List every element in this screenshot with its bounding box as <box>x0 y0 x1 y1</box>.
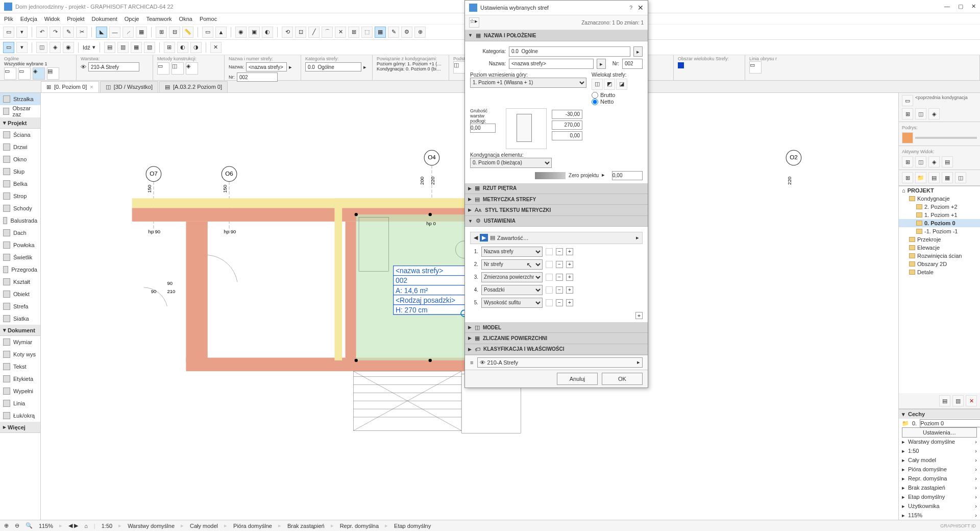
toolbox-projekt-hdr[interactable]: ▾ Projekt <box>0 117 40 129</box>
sec-stamp[interactable]: ▶▤METRYCZKA STREFY <box>465 194 648 205</box>
ib-btn-3[interactable]: ◈ <box>33 67 45 80</box>
menu-projekt[interactable]: Projekt <box>67 16 84 22</box>
tb-edit-2[interactable]: ⊡ <box>295 27 306 38</box>
tb-snap-3[interactable]: ⟋ <box>122 27 134 38</box>
ib-link-story[interactable]: Kondygnacja: 0. Poziom 0 (bi… <box>377 66 445 71</box>
tri-icon[interactable]: ▾ <box>902 411 905 418</box>
nr-input[interactable] <box>622 59 643 69</box>
sb-search[interactable]: 🔍 <box>26 522 33 529</box>
item-remove[interactable]: − <box>556 286 563 294</box>
sb-zoom[interactable]: 115% <box>39 523 53 529</box>
item-add[interactable]: + <box>566 248 573 255</box>
item-select[interactable]: Posadzki <box>481 285 543 295</box>
tool-strefa[interactable]: Strefa <box>0 300 40 312</box>
tool-wymiar[interactable]: Wymiar <box>0 336 40 348</box>
ib-btn-4[interactable]: ▤ <box>47 67 59 80</box>
item-drag[interactable] <box>546 299 553 306</box>
menu-dokument[interactable]: Dokument <box>92 16 117 22</box>
tool-koty wys[interactable]: Koty wys <box>0 348 40 360</box>
tb-edit-11[interactable]: ⊕ <box>414 27 426 38</box>
ib-name-input[interactable] <box>246 62 287 71</box>
go-label[interactable]: Idź <box>83 44 90 51</box>
ib-nr-input[interactable] <box>237 73 278 82</box>
sb-layers[interactable]: Warstwy domyślne <box>128 523 175 529</box>
sec-floor-plan[interactable]: ▶▦RZUT PIĘTRA <box>465 183 648 194</box>
tool-łuk/okrą[interactable]: Łuk/okrą <box>0 409 40 422</box>
favorite-star-icon[interactable]: ☆▸ <box>469 17 479 28</box>
tree-node[interactable]: Elewacje <box>899 244 980 252</box>
rp-prev-story[interactable]: <poprzednia kondygnacja <box>915 95 968 106</box>
prev-icon[interactable]: ◀ <box>474 234 478 241</box>
cat-arrow[interactable]: ▸ <box>633 46 643 57</box>
item-add[interactable]: + <box>566 261 573 268</box>
name-arrow[interactable]: ▸ <box>597 59 606 69</box>
tb-edit-3[interactable]: ╱ <box>308 27 320 38</box>
rp-av-3[interactable]: ◈ <box>928 156 940 167</box>
tree-node[interactable]: 1. Poziom +1 <box>899 211 980 219</box>
tree-node[interactable]: 2. Poziom +2 <box>899 203 980 211</box>
tb-new[interactable]: ▭ <box>3 27 14 38</box>
rp-t-1[interactable]: ▤ <box>939 395 950 406</box>
sb-nav[interactable]: ◀ ▶ <box>68 522 78 529</box>
ib-method-1[interactable]: ▭ <box>157 62 169 75</box>
rp-t-2[interactable]: ▥ <box>952 395 964 406</box>
zero-arrow[interactable]: ▸ <box>602 172 609 180</box>
go-dropdown-icon[interactable]: ▾ <box>92 44 95 51</box>
ok-button[interactable]: OK <box>602 373 643 385</box>
quick-prop[interactable]: ▸Użytkownika› <box>899 501 980 511</box>
tab-3d[interactable]: ◫[3D / Wszystko] <box>100 81 158 92</box>
sec-class[interactable]: ▶🏷KLASYFIKACJA I WŁAŚCIWOŚCI <box>465 344 648 355</box>
sec-area[interactable]: ▶▦ZLICZANIE POWIERZCHNI <box>465 333 648 344</box>
rp-av-2[interactable]: ◫ <box>915 156 926 167</box>
menu-plik[interactable]: Plik <box>4 16 13 22</box>
minimize-icon[interactable]: — <box>944 3 950 10</box>
rp-nav-3[interactable]: ▤ <box>928 172 940 183</box>
tb-nav-3[interactable]: ▦ <box>131 42 142 53</box>
v3-input[interactable] <box>552 131 582 140</box>
item-add[interactable]: + <box>566 274 573 281</box>
item-drag[interactable] <box>546 261 553 268</box>
tool-strop[interactable]: Strop <box>0 190 40 202</box>
tb-move[interactable]: ▲ <box>215 27 227 38</box>
elev-select[interactable]: 1. Poziom +1 (Własna + 1) <box>470 78 586 88</box>
rp-nav-2[interactable]: 📁 <box>915 172 926 183</box>
tool-przegroda[interactable]: Przegroda <box>0 263 40 276</box>
sb-home[interactable]: ⌂ <box>84 523 88 529</box>
ib-base-btn[interactable]: ◫ <box>453 61 465 74</box>
rp-btn-c[interactable]: ◈ <box>928 108 940 119</box>
tb-edit-10[interactable]: ⚙ <box>401 27 412 38</box>
sb-zoom-out[interactable]: ⊖ <box>15 522 19 529</box>
tool-drzwi[interactable]: Drzwi <box>0 141 40 153</box>
tab-floor[interactable]: ⊞[0. Poziom 0]× <box>41 81 99 92</box>
help-icon[interactable]: ? <box>629 5 632 11</box>
item-drag[interactable] <box>546 274 553 281</box>
tool-wypełni[interactable]: Wypełni <box>0 385 40 397</box>
tb-edit-7[interactable]: ⬚ <box>361 27 373 38</box>
ib-btn-2[interactable]: ▭ <box>18 67 31 80</box>
quick-prop[interactable]: ▸Pióra domyślne› <box>899 465 980 474</box>
dialog-close-icon[interactable]: ✕ <box>638 4 644 12</box>
rp-nav-4[interactable]: ▦ <box>942 172 953 183</box>
poly-3[interactable]: ◪ <box>616 79 627 90</box>
item-add[interactable]: + <box>566 286 573 294</box>
item-add[interactable]: + <box>566 299 573 306</box>
tool-balustrada[interactable]: Balustrada <box>0 214 40 227</box>
tb-xtra-4[interactable]: ✕ <box>210 42 222 53</box>
ib-link-top[interactable]: Poziom górny: 1. Poziom +1 (… <box>377 61 445 66</box>
quick-prop[interactable]: ▸Repr. domyślna› <box>899 474 980 483</box>
ib-method-2[interactable]: ◫ <box>172 62 184 75</box>
tb-edit-6[interactable]: ⊞ <box>348 27 359 38</box>
sec-name-pos[interactable]: ▼▦NAZWA I POŁOŻENIE <box>465 30 648 41</box>
tb-view-3[interactable]: ◫ <box>36 42 47 53</box>
tool-okno[interactable]: Okno <box>0 153 40 165</box>
poly-1[interactable]: ◫ <box>592 79 603 90</box>
rp-nav-5[interactable]: ◫ <box>955 172 966 183</box>
tool-linia[interactable]: Linia <box>0 397 40 409</box>
tree-node[interactable]: Przekroje <box>899 235 980 244</box>
sec-text-style[interactable]: ▶AᴀSTYL TEKSTU METRYCZKI <box>465 205 648 215</box>
tool-siatka[interactable]: Siatka <box>0 312 40 325</box>
props-settings-btn[interactable]: Ustawienia… <box>902 427 977 438</box>
sb-expand[interactable]: ⊕ <box>4 522 9 529</box>
sb-pens[interactable]: Pióra domyślne <box>233 523 272 529</box>
tb-view-4[interactable]: ◈ <box>50 42 61 53</box>
